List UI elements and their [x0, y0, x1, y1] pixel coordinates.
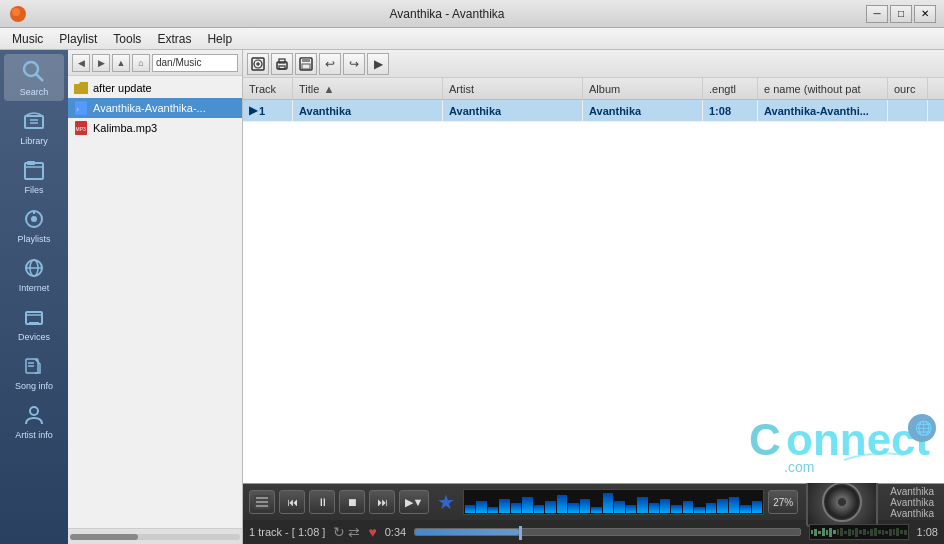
volume-level: 27 — [773, 497, 784, 508]
file-item-kalimba[interactable]: MP3 Kalimba.mp3 — [68, 118, 242, 138]
volume-button[interactable]: 27% — [768, 490, 798, 514]
file-scrollbar[interactable] — [68, 528, 242, 544]
progress-thumb[interactable] — [519, 526, 522, 540]
track-row[interactable]: ▶ 1 Avanthika Avanthika Avanthika 1:08 A… — [243, 100, 944, 122]
playlist-toggle-button[interactable] — [249, 490, 275, 514]
header-track-label: Track — [249, 83, 276, 95]
player-area: ⏮ ⏸ ⏹ ⏭ ▶▼ ★ 27% — [243, 483, 944, 544]
svg-point-10 — [31, 216, 37, 222]
header-length[interactable]: .engtl — [703, 78, 758, 99]
devices-icon — [18, 303, 50, 331]
titlebar: Avanthika - Avanthika ─ □ ✕ — [0, 0, 944, 28]
sidebar-item-files[interactable]: Files — [4, 152, 64, 199]
nav-back-button[interactable]: ◀ — [72, 54, 90, 72]
header-track[interactable]: Track — [243, 78, 293, 99]
player-controls-row: ⏮ ⏸ ⏹ ⏭ ▶▼ ★ 27% — [243, 484, 944, 520]
svg-point-21 — [30, 407, 38, 415]
pause-button[interactable]: ⏸ — [309, 490, 335, 514]
maximize-button[interactable]: □ — [890, 5, 912, 23]
toolbar-save-button[interactable] — [295, 53, 317, 75]
progress-fill — [415, 529, 519, 535]
menu-playlist[interactable]: Playlist — [51, 30, 105, 48]
menu-music[interactable]: Music — [4, 30, 51, 48]
nav-up-button[interactable]: ▲ — [112, 54, 130, 72]
close-button[interactable]: ✕ — [914, 5, 936, 23]
sidebar-item-internet[interactable]: Internet — [4, 250, 64, 297]
library-icon — [18, 107, 50, 135]
svg-rect-7 — [25, 163, 43, 179]
folder-icon — [74, 81, 88, 95]
play-mode-button[interactable]: ▶▼ — [399, 490, 429, 514]
menu-tools[interactable]: Tools — [105, 30, 149, 48]
sidebar-item-playlists[interactable]: Playlists — [4, 201, 64, 248]
shuffle-button[interactable]: ⇄ — [348, 524, 360, 540]
love-button[interactable]: ♥ — [368, 524, 376, 540]
header-filename-label: e name (without pat — [764, 83, 861, 95]
nav-path[interactable]: dan/Music — [152, 54, 238, 72]
sidebar-item-library[interactable]: Library — [4, 103, 64, 150]
file-panel: ◀ ▶ ▲ ⌂ dan/Music after update ♪ — [68, 50, 243, 544]
next-button[interactable]: ⏭ — [369, 490, 395, 514]
disc-center — [837, 497, 847, 507]
star-rating-button[interactable]: ★ — [433, 490, 459, 514]
header-title[interactable]: Title ▲ — [293, 78, 443, 99]
time-current: 0:34 — [385, 526, 406, 538]
scrollbar-thumb[interactable] — [70, 534, 138, 540]
repeat-button[interactable]: ↻ — [333, 524, 345, 540]
header-album-label: Album — [589, 83, 620, 95]
scrollbar-track[interactable] — [70, 534, 240, 540]
file-list: after update ♪ Avanthika-Avanthika-... M… — [68, 76, 242, 528]
sidebar-item-song-info-label: Song info — [15, 381, 53, 391]
audio-file-icon: ♪ — [74, 101, 88, 115]
toolbar-print-button[interactable] — [271, 53, 293, 75]
header-filename[interactable]: e name (without pat — [758, 78, 888, 99]
header-source[interactable]: ourc — [888, 78, 928, 99]
repeat-shuffle-controls: ↻ ⇄ — [333, 524, 360, 540]
toolbar-undo-button[interactable]: ↩ — [319, 53, 341, 75]
sidebar-item-song-info[interactable]: Song info — [4, 348, 64, 395]
minimize-button[interactable]: ─ — [866, 5, 888, 23]
track-cell-title: Avanthika — [293, 100, 443, 121]
file-item-avanthika[interactable]: ♪ Avanthika-Avanthika-... — [68, 98, 242, 118]
svg-rect-32 — [279, 66, 285, 69]
file-nav-bar: ◀ ▶ ▲ ⌂ dan/Music — [68, 50, 242, 76]
svg-text:🌐: 🌐 — [915, 420, 933, 437]
track-info-display: Avanthika Avanthika Avanthika — [886, 484, 938, 521]
prev-button[interactable]: ⏮ — [279, 490, 305, 514]
now-playing-title: Avanthika — [890, 486, 934, 497]
nav-forward-button[interactable]: ▶ — [92, 54, 110, 72]
file-item-after-update[interactable]: after update — [68, 78, 242, 98]
sidebar-item-search[interactable]: Search — [4, 54, 64, 101]
sidebar-item-artist-info[interactable]: Artist info — [4, 397, 64, 444]
header-album[interactable]: Album — [583, 78, 703, 99]
disc-art — [822, 482, 862, 522]
stop-button[interactable]: ⏹ — [339, 490, 365, 514]
window-controls: ─ □ ✕ — [866, 5, 936, 23]
content-area: ↩ ↪ ▶ Track Title ▲ Artist Album .engtl — [243, 50, 944, 544]
toolbar-redo-button[interactable]: ↪ — [343, 53, 365, 75]
track-cell-source — [888, 100, 928, 121]
menu-extras[interactable]: Extras — [149, 30, 199, 48]
sidebar-item-files-label: Files — [24, 185, 43, 195]
progress-bar[interactable] — [414, 528, 800, 536]
main-layout: Search Library Files — [0, 50, 944, 544]
artist-info-icon — [18, 401, 50, 429]
waveform-display — [809, 524, 909, 540]
menu-help[interactable]: Help — [199, 30, 240, 48]
track-cell-album: Avanthika — [583, 100, 703, 121]
toolbar-add-button[interactable] — [247, 53, 269, 75]
sidebar-item-devices[interactable]: Devices — [4, 299, 64, 346]
header-artist[interactable]: Artist — [443, 78, 583, 99]
files-icon — [18, 156, 50, 184]
toolbar-jump-button[interactable]: ▶ — [367, 53, 389, 75]
svg-text:onnect: onnect — [786, 415, 931, 464]
svg-text:.com: .com — [784, 459, 814, 475]
menubar: Music Playlist Tools Extras Help — [0, 28, 944, 50]
header-title-label: Title — [299, 83, 319, 95]
svg-line-3 — [36, 74, 43, 81]
track-status: 1 track - [ 1:08 ] — [249, 526, 325, 538]
track-cell-length: 1:08 — [703, 100, 758, 121]
song-info-icon — [18, 352, 50, 380]
nav-home-button[interactable]: ⌂ — [132, 54, 150, 72]
app-logo — [8, 4, 28, 24]
